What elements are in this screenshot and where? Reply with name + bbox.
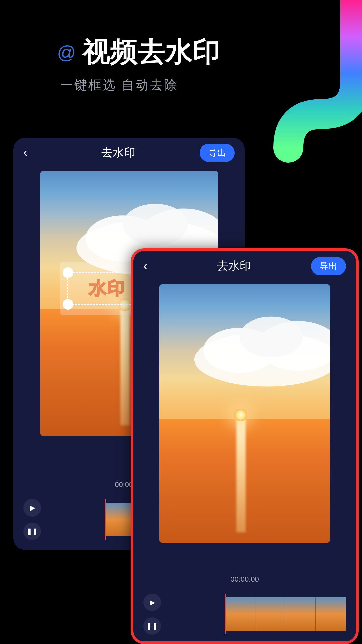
export-button[interactable]: 导出 xyxy=(200,144,235,162)
preview-image xyxy=(159,284,330,543)
pause-button[interactable]: ❚❚ xyxy=(23,523,41,540)
play-icon: ▶ xyxy=(150,598,155,606)
export-button[interactable]: 导出 xyxy=(311,257,346,275)
promo-header: @ 视频去水印 一键框选 自动去除 xyxy=(57,34,220,94)
page-subtitle: 一键框选 自动去除 xyxy=(60,76,220,94)
decorative-gradient-curve xyxy=(261,0,362,168)
screen-title: 去水印 xyxy=(101,145,135,160)
svg-point-3 xyxy=(123,204,188,246)
resize-handle-top-left[interactable] xyxy=(63,267,73,278)
play-button[interactable]: ▶ xyxy=(23,499,41,517)
screen-title: 去水印 xyxy=(217,258,251,274)
pause-icon: ❚❚ xyxy=(146,622,158,630)
resize-handle-bottom-left[interactable] xyxy=(63,299,73,310)
phone-header: ‹ 去水印 导出 xyxy=(13,138,245,168)
timecode-label: 00:00.00 xyxy=(143,575,346,584)
phone-header: ‹ 去水印 导出 xyxy=(133,251,356,281)
watermark-sample-text: 水印 xyxy=(89,277,125,300)
timeline-thumbnail xyxy=(285,597,316,631)
pause-icon: ❚❚ xyxy=(26,527,38,535)
phone-mockup-after: ‹ 去水印 导出 00:00.00 ▶ ❚❚ xyxy=(131,248,359,644)
timeline-section: 00:00.00 ▶ ❚❚ xyxy=(133,575,356,635)
video-preview[interactable] xyxy=(159,284,330,543)
timeline-thumbnail xyxy=(316,597,346,631)
clouds-graphic xyxy=(176,305,330,396)
play-button[interactable]: ▶ xyxy=(143,594,161,611)
timeline-thumbnail xyxy=(225,597,255,631)
play-icon: ▶ xyxy=(30,504,35,512)
pause-button[interactable]: ❚❚ xyxy=(143,617,161,635)
svg-point-7 xyxy=(240,316,303,357)
back-button[interactable]: ‹ xyxy=(23,146,37,160)
playhead[interactable] xyxy=(105,499,106,540)
timeline-scrubber[interactable] xyxy=(225,597,346,631)
playhead[interactable] xyxy=(225,594,226,634)
at-symbol-icon: @ xyxy=(57,41,76,63)
back-button[interactable]: ‹ xyxy=(143,259,157,273)
page-title: 视频去水印 xyxy=(83,34,220,70)
timeline-thumbnail xyxy=(255,597,286,631)
